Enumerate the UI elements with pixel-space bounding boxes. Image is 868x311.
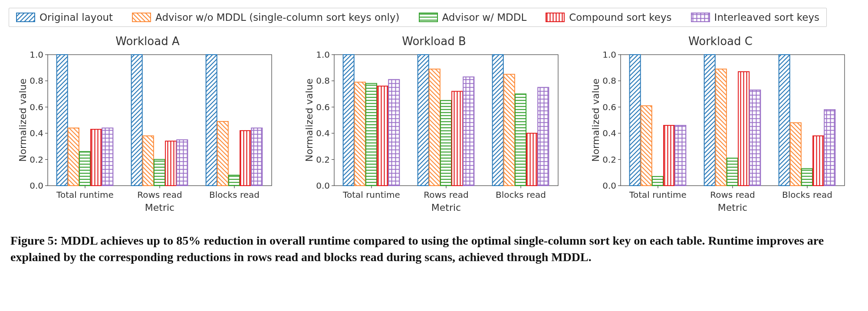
svg-text:Total runtime: Total runtime <box>56 190 114 200</box>
svg-text:0.6: 0.6 <box>602 102 616 112</box>
bar-chart: 0.00.20.40.60.81.0Normalized valueTotal … <box>304 50 564 219</box>
svg-text:0.0: 0.0 <box>316 180 330 191</box>
bar <box>429 69 440 186</box>
svg-text:Total runtime: Total runtime <box>629 190 687 200</box>
svg-text:1.0: 1.0 <box>30 50 43 60</box>
bar <box>779 55 790 186</box>
svg-text:0.8: 0.8 <box>316 75 330 86</box>
legend-swatch-icon <box>16 13 35 22</box>
bar <box>526 133 537 186</box>
bar <box>727 158 738 186</box>
svg-text:Rows read: Rows read <box>710 190 755 200</box>
bar <box>824 110 835 186</box>
bar <box>343 55 354 186</box>
bar <box>377 86 388 186</box>
legend-item-advisor-no-mddl: Advisor w/o MDDL (single-column sort key… <box>132 12 399 23</box>
svg-text:0.2: 0.2 <box>30 154 43 165</box>
bar <box>165 141 176 186</box>
legend-item-interleaved: Interleaved sort keys <box>691 12 819 23</box>
svg-text:1.0: 1.0 <box>602 50 616 60</box>
bar <box>641 106 652 186</box>
bar <box>177 140 187 186</box>
bar <box>704 55 715 186</box>
bar <box>217 121 228 186</box>
svg-text:Metric: Metric <box>718 202 747 213</box>
chart-workload-b: Workload B 0.00.20.40.60.81.0Normalized … <box>304 33 564 221</box>
bar <box>79 151 90 186</box>
legend-swatch-icon <box>419 13 438 22</box>
svg-text:Normalized value: Normalized value <box>590 79 601 162</box>
bar <box>418 55 429 186</box>
svg-text:Normalized value: Normalized value <box>304 79 315 162</box>
bar <box>813 136 824 186</box>
bar <box>452 92 463 186</box>
bar <box>652 177 663 186</box>
legend: Original layout Advisor w/o MDDL (single… <box>9 8 827 27</box>
svg-text:Rows read: Rows read <box>424 190 468 200</box>
svg-rect-10 <box>132 13 151 22</box>
legend-label: Advisor w/o MDDL (single-column sort key… <box>155 12 399 23</box>
bar <box>515 94 526 186</box>
svg-text:Blocks read: Blocks read <box>496 190 546 200</box>
svg-text:Rows read: Rows read <box>137 190 182 200</box>
chart-title: Workload A <box>17 35 278 48</box>
svg-text:0.6: 0.6 <box>30 102 43 112</box>
svg-text:Metric: Metric <box>145 202 174 213</box>
charts-row: Workload A 0.00.20.40.60.81.0Normalized … <box>17 33 851 221</box>
bar <box>538 88 549 186</box>
svg-text:0.4: 0.4 <box>602 128 616 138</box>
legend-label: Interleaved sort keys <box>714 12 819 23</box>
legend-label: Compound sort keys <box>569 12 671 23</box>
svg-text:0.8: 0.8 <box>602 75 616 86</box>
chart-workload-c: Workload C 0.00.20.40.60.81.0Normalized … <box>590 33 851 221</box>
svg-text:0.4: 0.4 <box>30 128 43 138</box>
bar <box>57 55 68 186</box>
bar <box>355 82 365 186</box>
bar <box>366 83 377 186</box>
svg-rect-12 <box>546 13 564 22</box>
bar <box>68 128 79 186</box>
bar <box>493 55 503 186</box>
svg-text:0.0: 0.0 <box>602 180 616 191</box>
svg-text:0.6: 0.6 <box>316 102 330 112</box>
legend-item-original: Original layout <box>16 12 113 23</box>
bar <box>441 101 451 186</box>
svg-rect-11 <box>419 13 437 22</box>
bar <box>675 125 686 186</box>
bar <box>802 169 812 186</box>
svg-text:Blocks read: Blocks read <box>209 190 260 200</box>
legend-item-compound: Compound sort keys <box>546 12 671 23</box>
svg-text:0.2: 0.2 <box>316 154 330 165</box>
bar <box>664 125 674 186</box>
bar <box>738 72 749 186</box>
legend-item-advisor-mddl: Advisor w/ MDDL <box>419 12 527 23</box>
bar <box>251 128 262 186</box>
bar <box>750 90 760 186</box>
svg-text:Metric: Metric <box>431 202 461 213</box>
svg-text:Normalized value: Normalized value <box>17 79 28 162</box>
chart-title: Workload C <box>590 35 851 48</box>
bar <box>504 74 515 186</box>
bar <box>790 123 801 186</box>
bar <box>630 55 641 186</box>
figure-caption: Figure 5: MDDL achieves up to 85% reduct… <box>10 232 858 265</box>
bar-chart: 0.00.20.40.60.81.0Normalized valueTotal … <box>590 50 851 219</box>
svg-text:0.4: 0.4 <box>316 128 330 138</box>
bar <box>388 79 399 186</box>
svg-text:Total runtime: Total runtime <box>342 190 400 200</box>
bar <box>240 131 251 186</box>
legend-swatch-icon <box>691 13 710 22</box>
bar <box>143 136 154 186</box>
bar <box>154 160 165 186</box>
bar <box>229 175 240 186</box>
bar <box>132 55 142 186</box>
legend-swatch-icon <box>546 13 565 22</box>
svg-rect-13 <box>691 13 710 22</box>
bar <box>206 55 217 186</box>
chart-workload-a: Workload A 0.00.20.40.60.81.0Normalized … <box>17 33 278 221</box>
chart-title: Workload B <box>304 35 564 48</box>
legend-swatch-icon <box>132 13 151 22</box>
bar <box>91 129 102 186</box>
bar <box>102 128 113 186</box>
svg-text:0.2: 0.2 <box>602 154 616 165</box>
